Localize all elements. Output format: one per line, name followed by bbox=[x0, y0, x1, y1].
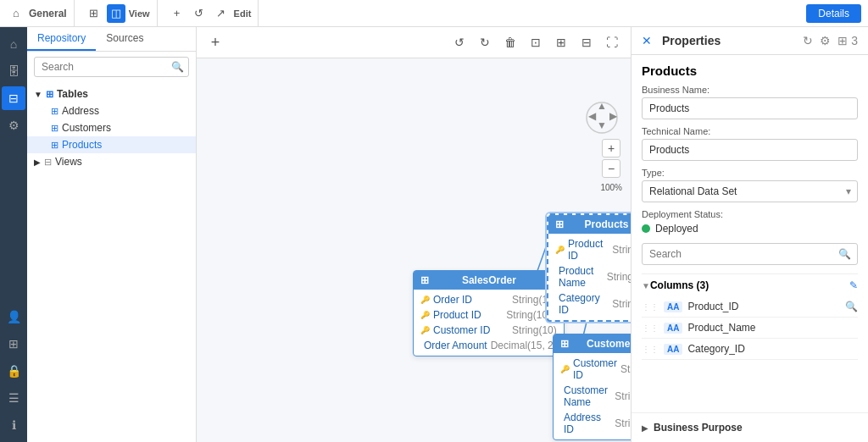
tables-icon: ⊞ bbox=[46, 89, 53, 100]
config-icon[interactable]: ☰ bbox=[2, 386, 25, 410]
settings-icon[interactable]: ⚙ bbox=[2, 113, 25, 137]
export-icon[interactable]: ↗ bbox=[212, 4, 231, 23]
table-row: 🔑 Customer ID String(10) bbox=[554, 356, 631, 383]
zoom-controls: + − 100% bbox=[600, 139, 622, 192]
home-nav-icon[interactable]: ⌂ bbox=[2, 32, 25, 56]
salesorder-title: SalesOrder bbox=[462, 274, 516, 286]
address-table-icon: ⊞ bbox=[51, 106, 58, 117]
svg-text:◀: ◀ bbox=[588, 110, 597, 122]
diagram-nav-icon[interactable]: ⊟ bbox=[2, 86, 25, 110]
col-name: Product Name bbox=[559, 265, 604, 289]
grid-icon[interactable]: ⊞ bbox=[2, 332, 25, 356]
sidebar: Repository Sources 🔍 ▼ ⊞ Tables ⊞ Addres… bbox=[27, 27, 197, 442]
tree-item-products[interactable]: ⊞ Products bbox=[27, 136, 196, 153]
properties-panel: ✕ Properties ↻ ⚙ ⊞ 3 Products Business N… bbox=[631, 27, 868, 442]
technical-name-input[interactable] bbox=[642, 139, 858, 161]
col-type: Decimal(15, 2) bbox=[491, 340, 557, 351]
views-label: Views bbox=[55, 156, 82, 168]
sidebar-search-input[interactable] bbox=[34, 57, 189, 77]
views-section[interactable]: ▶ ⊟ Views bbox=[27, 153, 196, 170]
drag-handle[interactable]: ⋮⋮ bbox=[642, 345, 659, 354]
node-salesorder[interactable]: ⊞ SalesOrder ▼ 🔑 Order ID String(10) 🔑 P… bbox=[413, 270, 565, 356]
fullscreen-icon[interactable]: ⛶ bbox=[602, 32, 622, 52]
type-select[interactable]: Relational Data Set bbox=[642, 180, 858, 202]
node-products[interactable]: ⊞ Products ▼ 🔑 Product ID String(10) Pro… bbox=[547, 213, 631, 322]
sidebar-search-wrapper: 🔍 bbox=[27, 52, 196, 82]
canvas-add-icon[interactable]: + bbox=[205, 32, 225, 52]
collapse-icon[interactable]: ⊟ bbox=[576, 32, 597, 52]
col-action-icon[interactable]: 🔍 bbox=[845, 301, 858, 312]
salesorder-body: 🔑 Order ID String(10) 🔑 Product ID Strin… bbox=[414, 290, 564, 356]
columns-search-wrapper: 🔍 bbox=[642, 243, 858, 265]
settings-panel-icon[interactable]: ⚙ bbox=[820, 34, 831, 47]
expand-icon[interactable]: ⊞ bbox=[551, 32, 571, 52]
database-icon[interactable]: 🗄 bbox=[2, 59, 25, 83]
svg-text:▼: ▼ bbox=[597, 119, 607, 131]
table-row: Category ID String(10) bbox=[548, 290, 631, 318]
sidebar-search-icon: 🔍 bbox=[171, 61, 184, 73]
table-row: 🔑 Product ID String(100) bbox=[414, 307, 564, 323]
business-purpose-section[interactable]: ▶ Business Purpose bbox=[632, 412, 868, 442]
col-type: String(100) bbox=[615, 417, 631, 429]
edit-label: Edit bbox=[234, 8, 252, 19]
tree-item-address-label: Address bbox=[62, 105, 99, 117]
zoom-in-button[interactable]: + bbox=[602, 139, 620, 157]
customers-title: Customers bbox=[587, 338, 631, 350]
edit-section: + ↺ ↗ Edit bbox=[168, 0, 259, 26]
nav-section: ⌂ General bbox=[7, 0, 75, 26]
grid-panel-icon[interactable]: ⊞ 3 bbox=[837, 34, 858, 47]
refresh-icon[interactable]: ↻ bbox=[803, 34, 813, 47]
status-dot bbox=[642, 224, 650, 233]
table-row: Address ID String(100) bbox=[554, 410, 631, 437]
col-name-text: Product_Name bbox=[687, 322, 858, 334]
col-name: Customer Name bbox=[564, 384, 611, 408]
zoom-out-button[interactable]: − bbox=[602, 159, 620, 178]
tables-section[interactable]: ▼ ⊞ Tables bbox=[27, 86, 196, 102]
columns-search-input[interactable] bbox=[642, 243, 858, 265]
drag-handle[interactable]: ⋮⋮ bbox=[642, 323, 659, 333]
add-icon[interactable]: + bbox=[168, 4, 186, 23]
diagram-icon[interactable]: ◫ bbox=[107, 4, 125, 23]
user-icon[interactable]: 👤 bbox=[2, 305, 25, 329]
edit-columns-icon[interactable]: ✎ bbox=[849, 279, 858, 291]
canvas-area[interactable]: ⊞ SalesOrder ▼ 🔑 Order ID String(10) 🔑 P… bbox=[197, 58, 631, 442]
lock-icon[interactable]: 🔒 bbox=[2, 359, 25, 383]
home-icon[interactable]: ⌂ bbox=[7, 4, 25, 23]
collapse-chevron[interactable]: ▼ bbox=[642, 281, 650, 290]
main-content: ⌂ 🗄 ⊟ ⚙ 👤 ⊞ 🔒 ☰ ℹ Repository Sources 🔍 ▼… bbox=[0, 27, 868, 442]
products-title: Products bbox=[585, 218, 629, 230]
drag-handle[interactable]: ⋮⋮ bbox=[642, 302, 659, 312]
arrow-icon[interactable]: ↺ bbox=[190, 4, 209, 23]
salesorder-table-icon: ⊞ bbox=[420, 274, 429, 286]
tab-repository[interactable]: Repository bbox=[27, 27, 96, 51]
deployment-label: Deployment Status: bbox=[642, 209, 858, 219]
node-customers[interactable]: ⊞ Customers ▼ 🔑 Customer ID String(10) C… bbox=[553, 334, 631, 440]
product-title: Products bbox=[642, 64, 858, 78]
compass[interactable]: ▲ ▼ ◀ ▶ bbox=[585, 101, 619, 135]
columns-title: Columns (3) bbox=[650, 279, 709, 291]
details-button[interactable]: Details bbox=[806, 4, 861, 23]
col-type-badge: AA bbox=[664, 323, 682, 334]
tree-item-address[interactable]: ⊞ Address bbox=[27, 102, 196, 119]
col-type-badge: AA bbox=[664, 301, 682, 312]
col-name: Customer ID bbox=[433, 324, 509, 336]
columns-header: ▼ Columns (3) ✎ bbox=[642, 273, 858, 296]
tab-sources[interactable]: Sources bbox=[96, 27, 153, 51]
toolbar-section: ⊞ ◫ View bbox=[85, 0, 158, 26]
fit-icon[interactable]: ⊡ bbox=[526, 32, 546, 52]
info-icon[interactable]: ℹ bbox=[2, 413, 25, 437]
table-row: 🔑 Customer ID String(10) bbox=[414, 323, 564, 338]
tree-item-customers[interactable]: ⊞ Customers bbox=[27, 119, 196, 136]
business-name-input[interactable] bbox=[642, 97, 858, 119]
delete-icon[interactable]: 🗑 bbox=[500, 32, 520, 52]
zoom-level: 100% bbox=[600, 183, 622, 192]
column-row-0: ⋮⋮ AA Product_ID 🔍 bbox=[642, 296, 858, 318]
key-icon: 🔑 bbox=[555, 246, 565, 254]
column-row-2: ⋮⋮ AA Category_ID bbox=[642, 339, 858, 360]
table-icon[interactable]: ⊞ bbox=[85, 4, 103, 23]
undo-icon[interactable]: ↺ bbox=[449, 32, 470, 52]
col-type: String(10) bbox=[512, 324, 557, 336]
col-name: Order ID bbox=[433, 294, 509, 306]
table-row: 🔑 Order ID String(10) bbox=[414, 292, 564, 307]
redo-icon[interactable]: ↻ bbox=[475, 32, 495, 52]
